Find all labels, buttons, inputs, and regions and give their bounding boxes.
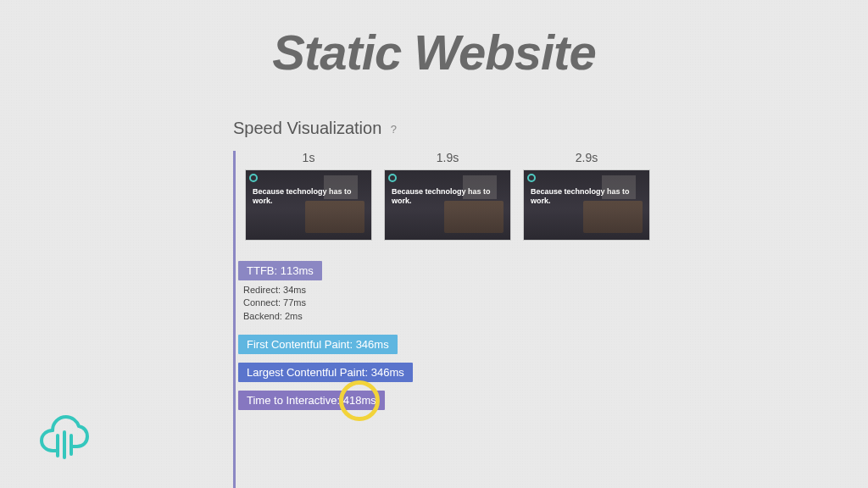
metrics-block: TTFB: 113ms Redirect: 34ms Connect: 77ms… xyxy=(238,256,665,410)
frame-window-decor xyxy=(602,175,636,199)
frame-logo-icon xyxy=(388,174,397,182)
timeline-rule xyxy=(233,151,236,488)
metric-label: Time to Interactive: xyxy=(247,394,340,407)
frames-row: Because technology has to work. Because … xyxy=(245,169,665,241)
metric-lcp: Largest Contentful Paint: 346ms xyxy=(238,363,413,382)
frame-desk-decor xyxy=(583,201,643,233)
metric-value: 418ms xyxy=(343,394,376,407)
breakdown-row: Backend: 2ms xyxy=(243,310,665,323)
tick-row: 1s 1.9s 2.9s xyxy=(245,151,665,169)
metric-label: Largest Contentful Paint: xyxy=(247,366,368,379)
tick-label: 1.9s xyxy=(384,151,511,169)
frame-desk-decor xyxy=(305,201,364,233)
tick-label: 1s xyxy=(245,151,372,169)
frame-desk-decor xyxy=(444,201,504,233)
metric-value: 113ms xyxy=(281,264,314,277)
metric-ttfb: TTFB: 113ms xyxy=(238,261,322,280)
help-icon[interactable]: ? xyxy=(391,119,397,141)
frame-window-decor xyxy=(324,175,358,199)
filmstrip: 1s 1.9s 2.9s Because technology has to w… xyxy=(233,151,665,410)
breakdown-value: 2ms xyxy=(285,311,303,321)
breakdown-label: Redirect: xyxy=(243,285,281,295)
metric-value: 346ms xyxy=(356,338,389,351)
metric-label: TTFB: xyxy=(247,264,277,277)
breakdown-row: Connect: 77ms xyxy=(243,297,665,309)
breakdown-label: Backend: xyxy=(243,311,282,321)
metric-value: 346ms xyxy=(371,366,404,379)
frame-logo-icon xyxy=(527,174,536,182)
frame-window-decor xyxy=(463,175,497,199)
frame-logo-icon xyxy=(249,174,258,182)
breakdown-row: Redirect: 34ms xyxy=(243,284,665,297)
breakdown-label: Connect: xyxy=(243,297,281,308)
speed-visualization-panel: Speed Visualization ? 1s 1.9s 2.9s Becau… xyxy=(233,119,665,410)
section-heading: Speed Visualization xyxy=(233,119,381,138)
breakdown-value: 34ms xyxy=(283,285,306,295)
filmstrip-frame: Because technology has to work. xyxy=(523,169,650,241)
metric-tti: Time to Interactive: 418ms xyxy=(238,391,385,410)
brand-logo-icon xyxy=(36,405,90,459)
breakdown-value: 77ms xyxy=(283,297,306,308)
metric-label: First Contentful Paint: xyxy=(247,338,353,351)
filmstrip-frame: Because technology has to work. xyxy=(384,169,511,241)
metric-fcp: First Contentful Paint: 346ms xyxy=(238,335,398,354)
ttfb-breakdown: Redirect: 34ms Connect: 77ms Backend: 2m… xyxy=(243,284,665,323)
filmstrip-frame: Because technology has to work. xyxy=(245,169,372,241)
slide-title: Static Website xyxy=(0,24,868,80)
tick-label: 2.9s xyxy=(523,151,650,169)
